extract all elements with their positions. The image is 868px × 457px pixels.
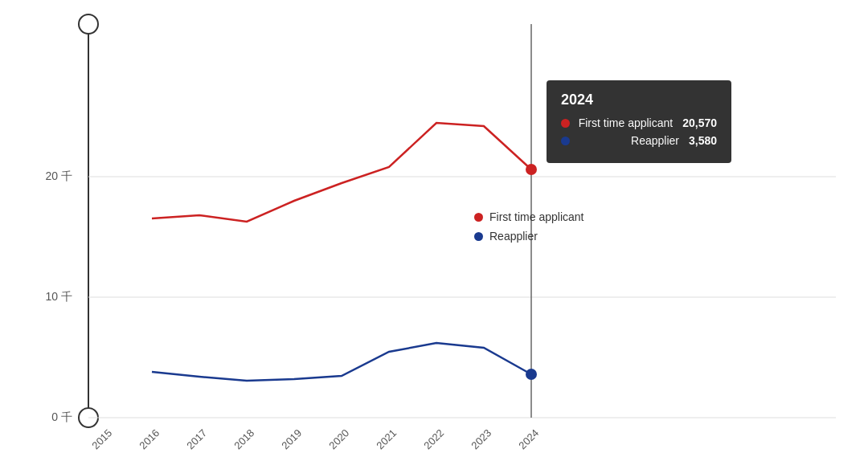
y-label-10: 10 千: [46, 290, 72, 303]
blue-line: [152, 343, 531, 381]
x-label-2018: 2018: [231, 426, 256, 451]
x-label-2019: 2019: [279, 426, 304, 451]
red-dot-2024: [526, 164, 537, 175]
y-label-0: 0 千: [51, 410, 72, 423]
tooltip-label-reapplier: Reapplier: [576, 134, 679, 147]
x-label-2021: 2021: [374, 426, 399, 451]
legend-label-first: First time applicant: [489, 210, 583, 223]
legend-label-reapplier: Reapplier: [489, 230, 538, 243]
chart-container: 0 千 10 千 20 千 2015 2016 2017 2018 2019 2…: [0, 0, 868, 457]
legend-dot-first: [474, 213, 483, 222]
x-label-2016: 2016: [137, 426, 162, 451]
blue-dot-2024: [526, 369, 537, 380]
chart-legend: First time applicant Reapplier: [474, 210, 583, 249]
svg-point-1: [79, 14, 98, 34]
x-label-2020: 2020: [326, 426, 351, 451]
y-label-20: 20 千: [46, 169, 72, 182]
x-label-2024: 2024: [516, 426, 541, 451]
legend-item-reapplier: Reapplier: [474, 230, 583, 243]
chart-tooltip: 2024 First time applicant 20,570 Reappli…: [547, 80, 731, 163]
tooltip-value-first: 20,570: [682, 116, 717, 129]
tooltip-row-reapplier: Reapplier 3,580: [561, 134, 717, 147]
tooltip-row-first: First time applicant 20,570: [561, 116, 717, 129]
red-line: [152, 123, 531, 222]
tooltip-label-first: First time applicant: [576, 116, 673, 129]
x-label-2022: 2022: [421, 426, 446, 451]
tooltip-dot-first: [561, 119, 570, 128]
x-label-2023: 2023: [469, 426, 493, 451]
legend-dot-reapplier: [474, 232, 483, 241]
tooltip-year: 2024: [561, 92, 717, 108]
x-label-2017: 2017: [184, 426, 209, 451]
legend-item-first: First time applicant: [474, 210, 583, 223]
line-chart: 0 千 10 千 20 千 2015 2016 2017 2018 2019 2…: [0, 0, 868, 457]
x-label-2015: 2015: [89, 426, 114, 451]
tooltip-dot-reapplier: [561, 137, 570, 145]
tooltip-value-reapplier: 3,580: [689, 134, 717, 147]
